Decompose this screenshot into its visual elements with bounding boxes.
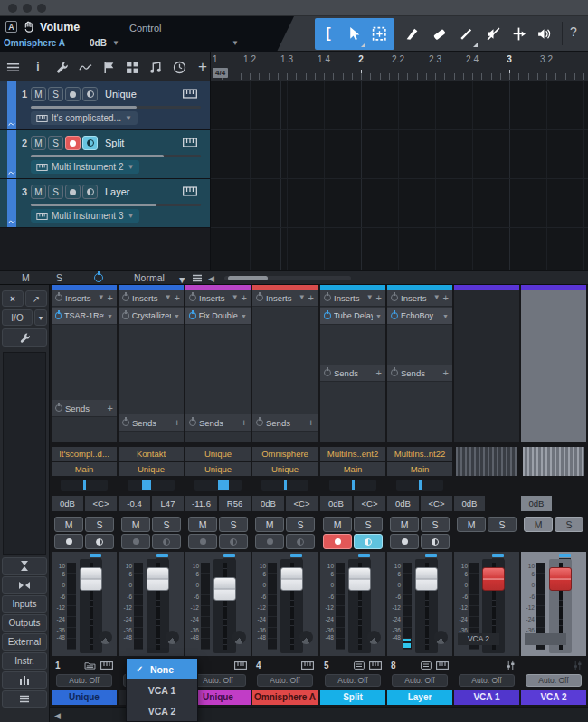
- timeline-ruler[interactable]: 4/4 11.21.31.422.22.32.433.2: [210, 52, 588, 81]
- levels-icon[interactable]: [2, 671, 47, 689]
- chevron-down-icon[interactable]: ▼: [177, 275, 186, 285]
- menu-item-none[interactable]: ✓None: [127, 659, 197, 679]
- channel-source-name[interactable]: Kontakt: [119, 447, 184, 461]
- vca-assignment[interactable]: VCA 2: [458, 633, 499, 645]
- instrument-selector[interactable]: Multi Instrument 2 ▼: [31, 160, 139, 174]
- channel-output-name[interactable]: Main: [320, 462, 385, 476]
- record-arm-button[interactable]: [121, 534, 150, 549]
- sends-header[interactable]: Sends +: [387, 365, 452, 382]
- chevron-down-icon[interactable]: ▼: [241, 313, 247, 319]
- fader-cap[interactable]: [482, 567, 505, 591]
- bend-tool[interactable]: [508, 24, 528, 43]
- marker-icon[interactable]: [101, 60, 116, 74]
- chevron-down-icon[interactable]: ▼: [107, 313, 113, 319]
- pan-slider[interactable]: [128, 480, 175, 491]
- volume-readout[interactable]: 0dB: [52, 496, 83, 511]
- add-insert-button[interactable]: +: [108, 292, 113, 303]
- record-arm-button[interactable]: [188, 534, 217, 549]
- power-icon[interactable]: [324, 312, 331, 319]
- chevron-down-icon[interactable]: ▼: [433, 294, 441, 301]
- solo-button[interactable]: S: [421, 517, 450, 532]
- power-icon[interactable]: [55, 294, 62, 301]
- mute-button[interactable]: M: [457, 517, 486, 532]
- fader-cap[interactable]: [147, 567, 169, 591]
- window-close-button[interactable]: [8, 4, 17, 13]
- channel-output-name[interactable]: Main: [52, 462, 117, 476]
- wrench-icon[interactable]: [2, 328, 47, 347]
- power-icon[interactable]: [122, 312, 129, 319]
- insert-slot[interactable]: TSAR-1Rev.. ▼: [52, 308, 117, 325]
- solo-button[interactable]: S: [48, 87, 63, 101]
- pan-readout[interactable]: <C>: [286, 496, 318, 511]
- sends-header[interactable]: Sends +: [320, 365, 385, 382]
- chevron-down-icon[interactable]: ▼: [442, 313, 449, 319]
- sidebar-item-inputs[interactable]: Inputs: [2, 595, 47, 613]
- mute-tool[interactable]: [483, 24, 503, 43]
- channel-output-name[interactable]: Main: [387, 462, 452, 476]
- mute-button[interactable]: M: [255, 517, 284, 532]
- inserts-header[interactable]: Inserts ▼ +: [119, 290, 184, 307]
- automation-mode-button[interactable]: Auto: Off: [459, 674, 515, 687]
- window-zoom-button[interactable]: [37, 4, 46, 13]
- chevron-down-icon[interactable]: ▼: [98, 294, 105, 301]
- add-insert-button[interactable]: +: [376, 292, 382, 303]
- channel-source-name[interactable]: It'scompl..d...: [52, 447, 117, 461]
- info-icon[interactable]: i: [31, 60, 45, 74]
- track-name[interactable]: Layer: [105, 186, 130, 197]
- add-insert-button[interactable]: +: [308, 292, 314, 303]
- window-minimize-button[interactable]: [23, 4, 32, 13]
- solo-button[interactable]: S: [48, 185, 63, 199]
- automation-icon[interactable]: [78, 60, 92, 74]
- mini-knob[interactable]: [99, 631, 112, 644]
- add-insert-button[interactable]: +: [175, 292, 180, 303]
- sidebar-item-instr[interactable]: Instr.: [2, 652, 47, 670]
- monitor-button[interactable]: [85, 534, 114, 549]
- sidebar-item-outputs[interactable]: Outputs: [2, 614, 47, 632]
- instrument-selector[interactable]: It's complicated... ▼: [31, 111, 138, 125]
- horizontal-scrollbar[interactable]: [224, 276, 351, 280]
- mute-button[interactable]: M: [121, 517, 150, 532]
- solo-button[interactable]: S: [85, 517, 114, 532]
- vca-assignment[interactable]: [525, 633, 566, 645]
- channel-name-plate[interactable]: VCA 2: [521, 690, 586, 705]
- inserts-header[interactable]: Inserts ▼ +: [252, 290, 318, 307]
- fader-cap[interactable]: [415, 567, 438, 591]
- channel-source-name[interactable]: MultiIns..ent2: [320, 447, 385, 461]
- pan-readout[interactable]: L47: [152, 496, 184, 511]
- automation-mode-button[interactable]: Auto: Off: [325, 674, 381, 687]
- menu-item-vca-1[interactable]: VCA 1: [127, 679, 197, 700]
- power-icon[interactable]: [256, 419, 263, 426]
- track-name[interactable]: Unique: [105, 89, 137, 100]
- monitor-button[interactable]: [421, 534, 450, 549]
- solo-button[interactable]: S: [354, 517, 383, 532]
- insert-slot[interactable]: Fix Doubler ▼: [185, 308, 251, 325]
- solo-button[interactable]: S: [152, 517, 181, 532]
- footer-mute-button[interactable]: M: [22, 272, 30, 283]
- close-icon[interactable]: ×: [2, 290, 24, 307]
- power-icon[interactable]: [324, 369, 331, 376]
- pan-slider[interactable]: [329, 480, 376, 491]
- chevron-down-icon[interactable]: ▼: [34, 309, 47, 326]
- track-volume-slider[interactable]: [31, 106, 201, 109]
- chevron-down-icon[interactable]: ▼: [232, 294, 239, 301]
- mini-knob[interactable]: [232, 631, 246, 644]
- solo-button[interactable]: S: [488, 517, 517, 532]
- add-send-button[interactable]: +: [443, 367, 449, 378]
- channel-name-plate[interactable]: Omnisphere A: [252, 690, 318, 705]
- fader-cap[interactable]: [348, 567, 371, 591]
- insert-slot[interactable]: EchoBoy ▼: [387, 308, 452, 325]
- power-icon[interactable]: [55, 312, 62, 319]
- fader-cap[interactable]: [80, 567, 102, 591]
- automation-mode-button[interactable]: Auto: Off: [257, 674, 313, 687]
- scroll-left-arrow[interactable]: ◀: [54, 711, 61, 720]
- add-send-button[interactable]: +: [376, 367, 382, 378]
- scrollbar-thumb[interactable]: [228, 276, 268, 280]
- automation-mode-button[interactable]: Auto: Off: [56, 674, 112, 687]
- record-arm-button[interactable]: [65, 185, 81, 199]
- track-header[interactable]: 1 M S Unique It's complicated... ▼: [0, 81, 210, 130]
- power-icon[interactable]: [189, 419, 196, 426]
- inserts-header[interactable]: Inserts ▼ +: [185, 290, 251, 307]
- volume-readout[interactable]: -11.6: [185, 496, 217, 511]
- expand-icon[interactable]: ↗: [25, 290, 47, 307]
- channel-name-plate[interactable]: Unique: [52, 690, 117, 705]
